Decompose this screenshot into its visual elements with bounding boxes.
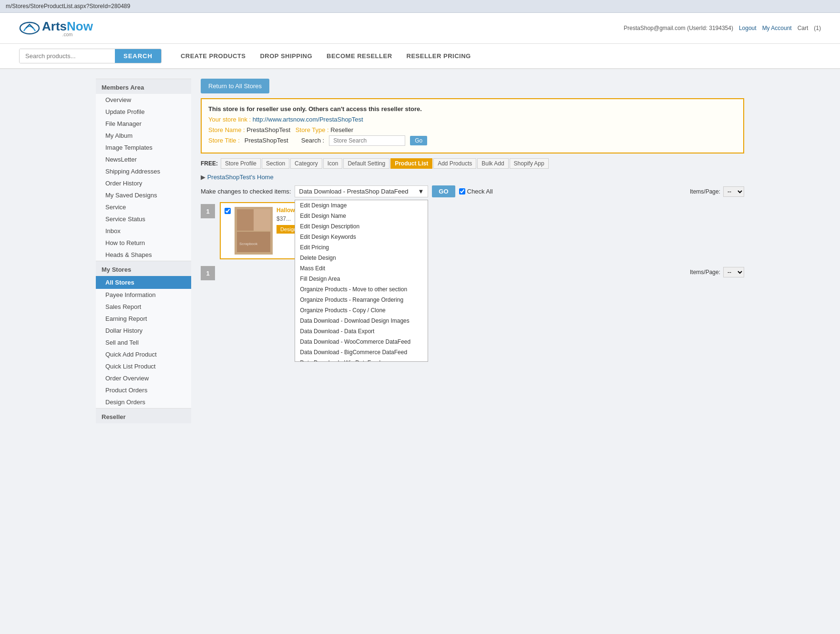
logout-link[interactable]: Logout [739,25,757,31]
address-url: m/Stores/StoreProductList.aspx?StoreId=2… [6,3,130,10]
sidebar-shipping-addresses[interactable]: Shipping Addresses [96,165,191,177]
tab-store-profile[interactable]: Store Profile [221,158,261,169]
dropdown-opt-mass-edit[interactable]: Mass Edit [295,263,428,274]
sidebar-my-saved-designs[interactable]: My Saved Designs [96,189,191,201]
nav-links: CREATE PRODUCTS DROP SHIPPING BECOME RES… [181,52,471,60]
sidebar-earning-report[interactable]: Earning Report [96,313,191,325]
tab-section[interactable]: Section [262,158,289,169]
search-input[interactable] [20,49,115,63]
sidebar-section-members-area: Members Area [96,79,191,94]
dropdown-opt-organize-move[interactable]: Organize Products - Move to other sectio… [295,284,428,295]
make-changes-go-button[interactable]: GO [432,185,455,197]
tab-add-products[interactable]: Add Products [433,158,476,169]
sidebar-my-album[interactable]: My Album [96,130,191,142]
sidebar-sales-report[interactable]: Sales Report [96,301,191,313]
store-home-link[interactable]: PrestaShopTest's Home [201,174,274,181]
tab-shopify-app[interactable]: Shopify App [510,158,549,169]
store-link[interactable]: http://www.artsnow.com/PrestaShopTest [253,116,363,123]
sidebar-quick-add-product[interactable]: Quick Add Product [96,348,191,360]
nav-create-products[interactable]: CREATE PRODUCTS [181,52,246,60]
dropdown-opt-delete-design[interactable]: Delete Design [295,253,428,263]
search-button[interactable]: SEARCH [115,49,161,63]
logo-text-area: ArtsNow .com [42,19,93,37]
items-per-page-label: Items/Page: [690,188,720,195]
store-search-input[interactable] [329,135,405,146]
sidebar-service[interactable]: Service [96,201,191,213]
dropdown-opt-fill-design-area[interactable]: Fill Design Area [295,274,428,284]
dropdown-opt-edit-design-name[interactable]: Edit Design Name [295,211,428,221]
dropdown-opt-edit-design-description[interactable]: Edit Design Description [295,221,428,232]
nav-reseller-pricing[interactable]: RESELLER PRICING [407,52,471,60]
sidebar-file-manager[interactable]: File Manager [96,118,191,130]
row-number-1: 1 [201,204,215,218]
sidebar-newsletter[interactable]: NewsLetter [96,153,191,165]
sidebar-quick-list-product[interactable]: Quick List Product [96,360,191,372]
nav-become-reseller[interactable]: BECOME RESELLER [327,52,392,60]
sidebar-heads-shapes[interactable]: Heads & Shapes [96,249,191,261]
check-all-checkbox[interactable] [459,188,465,194]
dropdown-current-value: Data Download - PrestaShop DataFeed [299,188,418,195]
dropdown-opt-wix[interactable]: Data Download - Wix DataFeed [295,358,428,362]
store-link-label: Your store link : [208,116,251,123]
dropdown-opt-organize-rearrange[interactable]: Organize Products - Rearrange Ordering [295,295,428,305]
header-right: PrestaShop@gmail.com (UserId: 3194354) L… [624,25,821,31]
sidebar-dollar-history[interactable]: Dollar History [96,325,191,337]
tab-category[interactable]: Category [290,158,322,169]
store-search-go-button[interactable]: Go [410,136,427,145]
nav-drop-shipping[interactable]: DROP SHIPPING [260,52,312,60]
tab-bulk-add[interactable]: Bulk Add [477,158,508,169]
sidebar-update-profile[interactable]: Update Profile [96,106,191,118]
items-per-page-bottom: Items/Page: -- 10 20 50 [690,267,744,277]
dropdown-opt-edit-pricing[interactable]: Edit Pricing [295,242,428,253]
return-to-all-stores-button[interactable]: Return to All Stores [201,79,269,93]
store-name-label: Store Name : [208,126,245,133]
dropdown-opt-edit-design-keywords[interactable]: Edit Design Keywords [295,232,428,242]
changes-dropdown-display[interactable]: Data Download - PrestaShop DataFeed ▼ [295,185,428,197]
product-image-svg-1: Scrapbook [235,207,273,255]
store-type-value: Reseller [330,126,353,133]
sidebar-all-stores[interactable]: All Stores [96,276,191,289]
dropdown-menu[interactable]: Edit Design Image Edit Design Name Edit … [295,200,428,362]
store-warning-text: This store is for reseller use only. Oth… [208,104,737,114]
sidebar-overview[interactable]: Overview [96,94,191,106]
store-title-value: PrestaShopTest [245,135,288,146]
sidebar-product-orders[interactable]: Product Orders [96,384,191,396]
tab-default-setting[interactable]: Default Setting [343,158,389,169]
sidebar-design-orders[interactable]: Design Orders [96,396,191,408]
svg-rect-3 [254,209,270,231]
items-per-page-select[interactable]: -- 10 20 50 [723,186,744,197]
logo-arts: Arts [42,19,67,33]
tab-product-list[interactable]: Product List [390,158,432,169]
dropdown-opt-edit-design-image[interactable]: Edit Design Image [295,200,428,211]
dropdown-opt-organize-copy[interactable]: Organize Products - Copy / Clone [295,305,428,316]
sidebar-payee-information[interactable]: Payee Information [96,289,191,301]
items-per-page-select-bottom[interactable]: -- 10 20 50 [723,267,744,277]
sidebar-sell-and-tell[interactable]: Sell and Tell [96,337,191,348]
second-row-area: 1 Items/Page: -- 10 20 50 [201,264,744,280]
dropdown-arrow-icon: ▼ [418,188,424,195]
dropdown-opt-download-design-images[interactable]: Data Download - Download Design Images [295,316,428,326]
sidebar-inbox[interactable]: Inbox [96,225,191,237]
check-all-label: Check All [467,188,493,195]
sidebar-image-templates[interactable]: Image Templates [96,142,191,153]
sidebar-how-to-return[interactable]: How to Return [96,237,191,249]
product-checkbox-1[interactable] [225,208,231,214]
address-bar: m/Stores/StoreProductList.aspx?StoreId=2… [0,0,840,13]
sidebar-service-status[interactable]: Service Status [96,213,191,225]
my-account-link[interactable]: My Account [762,25,792,31]
svg-text:Scrapbook: Scrapbook [239,242,258,246]
dropdown-opt-woocommerce[interactable]: Data Download - WooCommerce DataFeed [295,337,428,347]
dropdown-opt-bigcommerce[interactable]: Data Download - BigCommerce DataFeed [295,347,428,358]
main-layout: Members Area Overview Update Profile Fil… [86,69,754,433]
check-all-area: Check All [459,188,493,195]
search-box: SEARCH [19,49,162,63]
sidebar-order-history[interactable]: Order History [96,177,191,189]
store-search-label: Search : [301,135,324,146]
product-image-1: Scrapbook [235,207,273,255]
store-name-row: Store Name : PrestaShopTest Store Type :… [208,125,737,135]
tab-icon[interactable]: Icon [323,158,343,169]
sidebar-order-overview[interactable]: Order Overview [96,372,191,384]
dropdown-wrapper: Data Download - PrestaShop DataFeed ▼ Ed… [295,185,428,197]
header: ArtsNow .com PrestaShop@gmail.com (UserI… [0,13,840,44]
dropdown-opt-data-export[interactable]: Data Download - Data Export [295,326,428,337]
